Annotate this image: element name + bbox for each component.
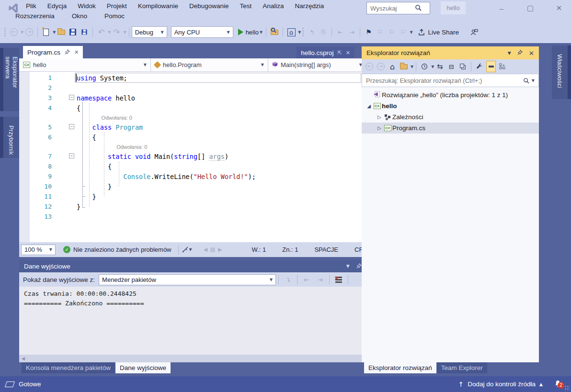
tree-item-rozwi-zanie[interactable]: Rozwiązanie „hello” (liczba projektów: 1… [362, 90, 539, 101]
expander-collapsed-icon[interactable]: ▷ [376, 125, 383, 131]
panel-tab-dane-wyj-ciowe[interactable]: Dane wyjściowe [115, 362, 171, 373]
menu-pomoc[interactable]: Pomoc [103, 12, 126, 20]
line-indicator[interactable]: W.: 1 [252, 246, 266, 253]
output-horizontal-scrollbar[interactable]: ◀ ▶ [19, 355, 378, 362]
step-over-button[interactable]: ⎘ [319, 26, 328, 38]
menu-projekt[interactable]: Projekt [106, 2, 128, 10]
code-line[interactable]: 4{ [30, 103, 365, 113]
search-icon[interactable] [415, 4, 422, 12]
bookmark-dropdown-icon[interactable]: ▼ [410, 30, 412, 34]
navigate-back-dropdown-icon[interactable]: ▼ [21, 30, 23, 34]
solution-search-input[interactable] [362, 77, 523, 84]
tab-program-cs[interactable]: Program.cs ✕ [23, 46, 83, 58]
pager-right-icon[interactable]: ▶ [218, 246, 222, 253]
menu-edycja[interactable]: Edycja [46, 2, 68, 10]
toolbar-drag-handle-2[interactable] [302, 27, 304, 37]
pager-left-icon[interactable]: ◀ [204, 246, 207, 253]
solution-explorer-title-bar[interactable]: Eksplorator rozwiązań ▼ ✕ [362, 46, 539, 59]
menu-rozszerzenia[interactable]: Rozszerzenia [14, 12, 56, 20]
codelens-row[interactable]: Odwołania: 0 [30, 142, 365, 151]
collapse-region-icon[interactable]: − [69, 124, 74, 129]
open-file-button[interactable] [57, 26, 66, 38]
code-line[interactable]: 10 } [30, 181, 365, 191]
navigate-home-dropdown-icon[interactable]: ▼ [298, 30, 301, 34]
solution-platform-select[interactable]: Any CPU▼ [171, 26, 233, 38]
attach-to-process-button[interactable] [270, 26, 279, 38]
nav-project-dropdown[interactable]: C# hello▼ [19, 58, 151, 71]
panel-tab-konsola-mened-era-pakiet-w[interactable]: Konsola menedżera pakietów [22, 362, 115, 373]
new-project-dropdown-icon[interactable]: ▼ [53, 30, 56, 34]
collapse-region-icon[interactable]: − [69, 95, 74, 100]
pin-icon[interactable] [517, 49, 523, 56]
code-line[interactable]: 11 } [30, 191, 365, 202]
panel-tab-eksplorator-rozwi-za[interactable]: Eksplorator rozwiązań [364, 362, 436, 373]
menu-analiza[interactable]: Analiza [262, 2, 285, 10]
previous-bookmark-button[interactable]: ⚐ [375, 26, 385, 38]
code-editor-surface[interactable]: 1using System;23−namespace hello4{Odwoła… [19, 72, 378, 242]
menu-widok[interactable]: Widok [77, 2, 97, 10]
tree-item-program-cs[interactable]: ▷C#Program.cs [362, 123, 539, 134]
maximize-button[interactable]: ▢ [525, 4, 536, 12]
code-line[interactable]: 2 [30, 83, 365, 93]
switch-views-button[interactable] [399, 61, 409, 72]
save-all-button[interactable] [80, 26, 89, 38]
source-control-dropdown-icon[interactable]: ▲ [539, 382, 543, 387]
code-line[interactable]: 1using System; [30, 73, 365, 83]
close-tab-icon[interactable]: ✕ [346, 50, 350, 56]
spaces-indicator[interactable]: SPACJE [314, 246, 338, 253]
code-line[interactable]: 5− class Program [30, 122, 365, 132]
panel-tab-team-explorer[interactable]: Team Explorer [437, 362, 487, 373]
switch-views-dropdown-icon[interactable]: ▼ [411, 65, 413, 69]
code-line[interactable]: 13 [30, 212, 365, 222]
close-button[interactable]: ✕ [554, 4, 564, 12]
previous-message-button[interactable]: ⇤ [302, 274, 311, 285]
search-options-dropdown-icon[interactable]: ▼ [532, 78, 535, 83]
sidebar-tab-toolbox[interactable]: Przybornik [0, 117, 19, 158]
tree-item-zale-no-ci[interactable]: ▷Zależności [362, 112, 539, 123]
properties-wrench-button[interactable] [475, 61, 484, 72]
close-tab-icon[interactable]: ✕ [74, 49, 79, 56]
sidebar-tab-server-explorer[interactable]: Eksplorator serwera [0, 48, 19, 111]
quick-search-box[interactable] [366, 2, 430, 14]
nav-type-dropdown[interactable]: hello.Program▼ [151, 58, 268, 71]
sync-with-active-document-button[interactable]: ⇆ [435, 61, 445, 72]
expander-collapsed-icon[interactable]: ▷ [376, 114, 383, 120]
codelens-references[interactable]: Odwołania: 0 [116, 144, 147, 150]
redo-dropdown-icon[interactable]: ▼ [123, 30, 126, 34]
output-source-select[interactable]: Menedżer pakietów▼ [99, 274, 276, 285]
add-to-source-control-button[interactable]: Dodaj do kontroli źródła [468, 381, 536, 388]
close-panel-icon[interactable]: ✕ [529, 49, 534, 57]
toolbar-drag-handle[interactable] [4, 27, 6, 37]
menu-narz-dzia[interactable]: Narzędzia [294, 2, 325, 10]
back-button[interactable]: ← [365, 61, 374, 72]
minimize-button[interactable]: – [496, 4, 507, 12]
search-input[interactable] [367, 5, 415, 12]
add-item-button[interactable]: + [498, 61, 507, 72]
code-line[interactable]: 9 Console.WriteLine("Hello World!"); [30, 171, 365, 181]
code-line[interactable]: 3−namespace hello [30, 93, 365, 103]
undo-button[interactable]: ↶ [96, 26, 106, 38]
toggle-bookmark-button[interactable]: ⚑ [364, 26, 373, 38]
clear-all-output-button[interactable]: ✕ [334, 274, 343, 285]
notifications-bell-button[interactable]: 2 [554, 380, 561, 389]
navigate-forward-button[interactable]: → [24, 26, 34, 38]
pin-icon[interactable] [65, 49, 70, 56]
menu-test[interactable]: Test [239, 2, 252, 10]
sidebar-tab-properties[interactable]: Właściwości [552, 45, 571, 99]
collapse-region-icon[interactable]: − [69, 153, 74, 158]
filter-dropdown-icon[interactable]: ▼ [431, 65, 434, 69]
keep-open-icon[interactable]: ⇱ [338, 50, 342, 56]
forward-button[interactable]: → [376, 61, 386, 72]
solution-search-box[interactable]: ▼ [362, 74, 539, 87]
code-health-indicator[interactable]: ▼ [182, 244, 192, 256]
window-resize-grip[interactable] [564, 385, 570, 391]
window-position-dropdown-icon[interactable]: ▼ [346, 264, 350, 269]
start-debug-button[interactable]: hello ▼ [238, 26, 263, 38]
preview-selected-items-button[interactable] [458, 61, 468, 72]
nav-member-dropdown[interactable]: Main(string[] args)▼ [268, 58, 366, 71]
feedback-icon[interactable] [469, 26, 479, 38]
code-line[interactable]: 7− static void Main(string[] args) [30, 151, 365, 161]
code-line[interactable]: 12} [30, 202, 365, 212]
breakpoint-margin[interactable] [19, 72, 30, 242]
live-share-button[interactable]: Live Share [418, 29, 459, 36]
